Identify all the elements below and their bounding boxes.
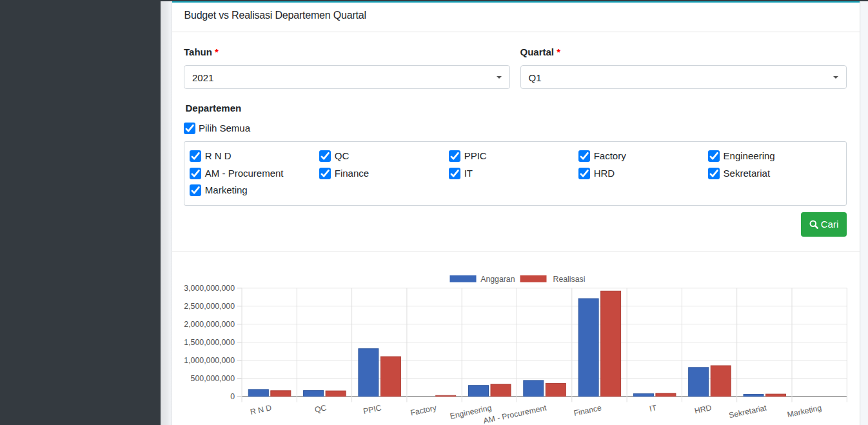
svg-text:AM - Procurement: AM - Procurement [482,403,547,425]
svg-text:3,000,000,000: 3,000,000,000 [184,284,235,293]
svg-text:Factory: Factory [409,403,438,417]
svg-text:Finance: Finance [573,403,602,418]
svg-text:R N D: R N D [249,403,272,417]
svg-text:QC: QC [313,403,327,415]
svg-text:2,500,000,000: 2,500,000,000 [184,302,235,311]
svg-text:Marketing: Marketing [786,403,822,419]
svg-text:Sekretariat: Sekretariat [727,403,767,420]
svg-text:HRD: HRD [693,403,712,415]
svg-text:0: 0 [230,392,235,401]
svg-text:500,000,000: 500,000,000 [190,374,235,383]
svg-text:1,500,000,000: 1,500,000,000 [184,338,235,347]
svg-text:2,000,000,000: 2,000,000,000 [184,320,235,329]
svg-text:IT: IT [648,403,657,413]
svg-text:PPIC: PPIC [362,403,382,416]
svg-text:1,000,000,000: 1,000,000,000 [184,356,235,365]
svg-text:Anggaran: Anggaran [480,275,515,284]
svg-text:Realisasi: Realisasi [553,275,585,284]
